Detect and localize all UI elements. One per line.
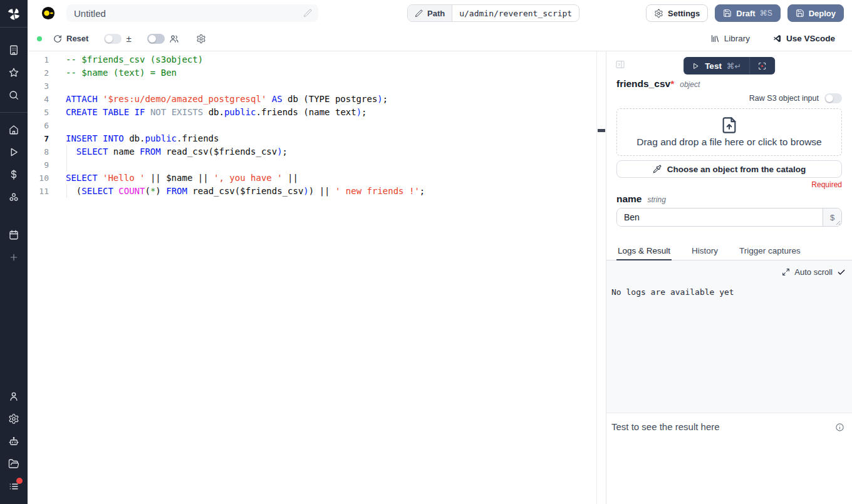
- script-title-field[interactable]: [66, 4, 318, 22]
- name-input[interactable]: [617, 208, 823, 226]
- editor-settings-gear-icon[interactable]: [196, 34, 206, 44]
- line-number: 1: [28, 55, 49, 64]
- code-editor[interactable]: 1-- $friends_csv (s3object)2-- $name (te…: [28, 51, 606, 504]
- name-input-wrap: $: [616, 208, 842, 227]
- vscode-label: Use VScode: [786, 34, 835, 43]
- test-label: Test: [705, 61, 722, 71]
- arg1-type: object: [680, 80, 700, 89]
- tab-trigger-captures[interactable]: Trigger captures: [738, 246, 802, 260]
- no-logs-message: No logs are available yet: [611, 287, 734, 297]
- schedules-icon[interactable]: [0, 224, 28, 246]
- panel-header: Test ⌘↵: [606, 54, 852, 78]
- test-button[interactable]: Test ⌘↵: [683, 57, 749, 75]
- editor-toolbar: Reset ± Library Use VScode: [28, 26, 852, 51]
- collapse-panel-icon[interactable]: [615, 59, 625, 69]
- draft-button[interactable]: Draft ⌘S: [715, 4, 780, 22]
- file-dropzone[interactable]: Drag and drop a file here or click to br…: [616, 108, 842, 156]
- dropzone-text: Drag and drop a file here or click to br…: [636, 136, 822, 148]
- script-title-input[interactable]: [74, 8, 303, 19]
- code-text: CREATE TABLE IF NOT EXISTS db.public.fri…: [66, 106, 367, 119]
- search-icon[interactable]: [0, 84, 28, 106]
- settings-gear-icon: [654, 9, 663, 18]
- capture-frame-icon: [757, 61, 767, 71]
- line-number: 3: [28, 81, 49, 91]
- ai-assistant-icon[interactable]: [0, 430, 28, 453]
- deploy-button[interactable]: Deploy: [787, 4, 844, 22]
- info-icon[interactable]: [835, 423, 844, 432]
- capture-test-button[interactable]: [750, 57, 775, 75]
- catalog-button-label: Choose an object from the catalog: [667, 165, 806, 174]
- code-line[interactable]: 11 (SELECT COUNT(*) FROM read_csv($frien…: [28, 185, 606, 198]
- status-dot: [37, 36, 42, 41]
- line-number: 6: [28, 121, 49, 130]
- user-icon[interactable]: [0, 385, 28, 408]
- windmill-logo[interactable]: [0, 0, 28, 28]
- test-panel: Test ⌘↵ friends_csv* object: [606, 51, 852, 504]
- path-button[interactable]: Path u/admin/reverent_script: [407, 4, 579, 22]
- resources-icon[interactable]: [0, 186, 28, 208]
- code-line[interactable]: 6: [28, 119, 606, 132]
- auto-scroll-label: Auto scroll: [794, 267, 833, 277]
- line-number: 2: [28, 68, 49, 78]
- code-line[interactable]: 8 SELECT name FROM read_csv($friends_csv…: [28, 145, 606, 158]
- diff-mode-toggle[interactable]: [104, 34, 122, 44]
- workspace-icon[interactable]: [0, 39, 28, 61]
- multiplayer-toggle[interactable]: [147, 34, 165, 44]
- code-text: -- $friends_csv (s3object): [66, 53, 203, 66]
- add-icon[interactable]: [0, 246, 28, 269]
- code-text: ATTACH '$res:u/demo/amazed_postgresql' A…: [66, 93, 388, 106]
- code-line[interactable]: 4ATTACH '$res:u/demo/amazed_postgresql' …: [28, 93, 606, 106]
- code-line[interactable]: 7INSERT INTO db.public.friends: [28, 132, 606, 145]
- runs-icon[interactable]: [0, 141, 28, 163]
- library-button[interactable]: Library: [710, 34, 750, 43]
- code-line[interactable]: 3: [28, 80, 606, 93]
- editor-overview-ruler[interactable]: [596, 51, 606, 504]
- code-line[interactable]: 5CREATE TABLE IF NOT EXISTS db.public.fr…: [28, 106, 606, 119]
- panel-tabs: Logs & ResultHistoryTrigger captures: [606, 245, 852, 260]
- resize-handle-icon[interactable]: [835, 220, 841, 225]
- library-label: Library: [724, 34, 750, 43]
- expand-icon[interactable]: [782, 268, 790, 276]
- code-line[interactable]: 10SELECT 'Hello ' || $name || ', you hav…: [28, 172, 606, 185]
- auto-scroll-control[interactable]: Auto scroll: [782, 267, 846, 277]
- raw-s3-label: Raw S3 object input: [749, 94, 819, 103]
- use-vscode-button[interactable]: Use VScode: [772, 34, 835, 43]
- code-text: -- $name (text) = Ben: [66, 66, 177, 80]
- reset-button[interactable]: Reset: [53, 34, 88, 43]
- result-placeholder: Test to see the result here: [611, 421, 835, 432]
- folders-icon[interactable]: [0, 453, 28, 475]
- line-number: 5: [28, 108, 49, 117]
- draft-shortcut: ⌘S: [760, 9, 772, 18]
- edit-title-pencil-icon[interactable]: [303, 9, 312, 18]
- play-icon: [692, 62, 700, 70]
- deploy-label: Deploy: [809, 9, 836, 18]
- favorites-icon[interactable]: [0, 61, 28, 84]
- edit-path-pencil-icon: [415, 9, 423, 18]
- required-hint: Required: [616, 180, 842, 189]
- variables-icon[interactable]: [0, 163, 28, 186]
- settings-button[interactable]: Settings: [646, 4, 708, 22]
- code-text: INSERT INTO db.public.friends: [66, 132, 219, 145]
- library-icon: [710, 34, 720, 43]
- line-number: 11: [28, 187, 49, 196]
- code-line[interactable]: 9: [28, 158, 606, 172]
- tab-history[interactable]: History: [690, 246, 719, 260]
- settings-icon[interactable]: [0, 408, 28, 430]
- topbar: Path u/admin/reverent_script Settings Dr…: [28, 0, 852, 26]
- line-number: 4: [28, 95, 49, 104]
- raw-s3-toggle[interactable]: [824, 93, 842, 103]
- diff-symbol: ±: [126, 33, 131, 44]
- audit-logs-icon[interactable]: [0, 475, 28, 498]
- code-line[interactable]: 2-- $name (text) = Ben: [28, 66, 606, 80]
- settings-label: Settings: [668, 9, 700, 18]
- tab-logs-result[interactable]: Logs & Result: [616, 246, 672, 260]
- arg2-type: string: [648, 195, 666, 204]
- code-line[interactable]: 1-- $friends_csv (s3object): [28, 53, 606, 66]
- choose-object-catalog-button[interactable]: Choose an object from the catalog: [616, 160, 842, 178]
- draft-label: Draft: [736, 9, 755, 18]
- path-value: u/admin/reverent_script: [452, 5, 579, 21]
- indent-guide: [66, 158, 67, 172]
- line-number: 7: [28, 134, 49, 143]
- save-deploy-icon: [796, 9, 804, 18]
- home-icon[interactable]: [0, 118, 28, 141]
